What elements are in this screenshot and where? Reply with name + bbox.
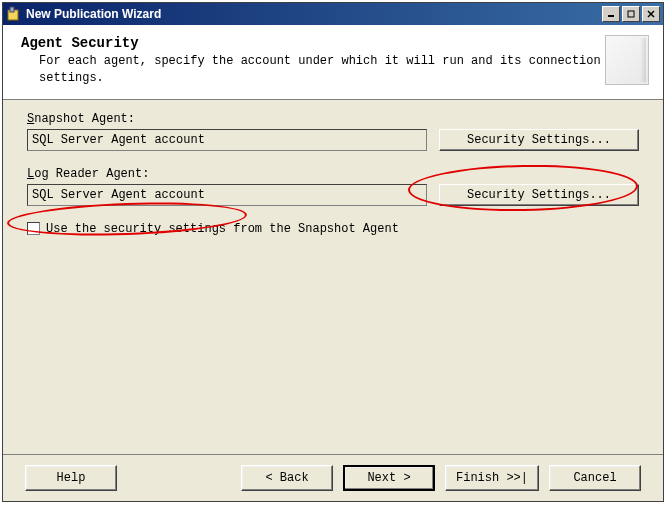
page-title: Agent Security [21,35,605,51]
cancel-button[interactable]: Cancel [549,465,641,491]
footer-panel: Help < Back Next > Finish >>| Cancel [3,454,663,501]
page-description: For each agent, specify the account unde… [39,53,605,87]
log-reader-security-settings-button[interactable]: Security Settings... [439,184,639,206]
wizard-window: New Publication Wizard Agent Security Fo… [2,2,664,502]
svg-rect-3 [628,11,634,17]
titlebar: New Publication Wizard [3,3,663,25]
body-panel: Snapshot Agent: Security Settings... Log… [3,100,663,454]
back-button[interactable]: < Back [241,465,333,491]
window-title: New Publication Wizard [26,7,602,21]
snapshot-agent-label: Snapshot Agent: [27,112,639,126]
log-reader-agent-label: Log Reader Agent: [27,167,639,181]
header-panel: Agent Security For each agent, specify t… [3,25,663,100]
snapshot-agent-account-field[interactable] [27,129,427,151]
use-snapshot-settings-checkbox[interactable] [27,222,40,235]
close-button[interactable] [642,6,660,22]
finish-button[interactable]: Finish >>| [445,465,539,491]
app-icon [6,6,22,22]
wizard-graphic [605,35,649,85]
next-button[interactable]: Next > [343,465,435,491]
maximize-button[interactable] [622,6,640,22]
use-snapshot-settings-label: Use the security settings from the Snaps… [46,222,399,236]
snapshot-security-settings-button[interactable]: Security Settings... [439,129,639,151]
help-button[interactable]: Help [25,465,117,491]
log-reader-agent-account-field[interactable] [27,184,427,206]
svg-rect-1 [10,7,14,12]
minimize-button[interactable] [602,6,620,22]
